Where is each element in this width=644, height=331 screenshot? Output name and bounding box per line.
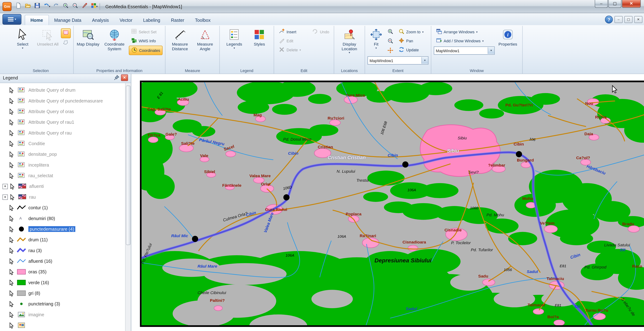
legend-entry[interactable]: imagine [0,309,131,320]
expand-icon[interactable]: + [2,184,8,189]
chevron-down-icon[interactable]: ▾ [488,47,494,54]
locatable-cursor-icon[interactable] [10,183,15,189]
tab-toolbox[interactable]: Toolbox [190,15,216,25]
image-legend-icon[interactable] [16,311,26,318]
tab-raster[interactable]: Raster [166,15,190,25]
query-legend-icon[interactable] [16,119,26,125]
select-by-polygon-button[interactable] [61,39,70,48]
thematic-legend-icon[interactable] [17,194,27,200]
legend-entry[interactable]: +rau [0,192,131,202]
minimize-button[interactable]: – [594,0,608,8]
point-black-legend-icon[interactable] [16,226,26,233]
legend-entry[interactable]: inceplitera [0,160,131,170]
open-button[interactable] [24,2,32,10]
legend-entry[interactable]: rau_selectat [0,170,131,181]
undo-button[interactable]: ▾ [42,2,51,10]
rect-pink-legend-icon[interactable] [16,269,26,275]
query-legend-icon[interactable] [16,87,26,93]
legend-entry[interactable]: punctetriang (3) [0,299,131,309]
legend-entry[interactable]: gri (8) [0,288,131,299]
coordinate-system-button[interactable]: Coordinate System [101,27,128,51]
scrollbar-thumb[interactable] [126,85,130,245]
wms-info-button[interactable]: WMS Info [129,36,163,45]
line-orange-legend-icon[interactable] [16,237,26,243]
locatable-cursor-icon[interactable] [9,280,14,286]
tab-manage-data[interactable]: Manage Data [49,15,87,25]
maximize-button[interactable]: ▢ [608,0,622,8]
mdi-restore-button[interactable]: ▢ [624,16,633,23]
legend-entry[interactable]: Attribute Query of rau [0,127,131,138]
style-button[interactable] [80,2,89,10]
legend-entry[interactable]: Attribute Query of punctedemasurare [0,95,131,106]
mdi-minimize-button[interactable]: – [614,16,623,23]
legend-entry[interactable]: Attribute Query of rau1 [0,117,131,127]
chevron-down-icon[interactable]: ▾ [49,5,50,8]
unselect-all-button[interactable]: Unselect All [36,27,60,47]
locatable-cursor-icon[interactable] [9,247,14,253]
select-set-button[interactable]: Select Set [129,27,163,36]
legend-entry[interactable]: afluenti (16) [0,256,131,266]
legend-entry[interactable]: Conditie [0,138,131,149]
map-display-button[interactable]: Map Display [76,27,100,47]
close-button[interactable]: ✕ [622,0,641,8]
legend-entry[interactable]: densitate_pop [0,149,131,160]
select-button[interactable]: Select ▾ [11,27,34,50]
query-legend-icon[interactable] [16,108,26,115]
layout-button[interactable]: ▾ [90,2,98,10]
legend-entry[interactable]: Adenumiri (80) [0,213,131,224]
locatable-cursor-icon[interactable] [9,140,14,147]
extent-window-select[interactable]: MapWindow1 ▾ [368,56,428,65]
query-legend-icon[interactable] [16,97,26,104]
locatable-cursor-icon[interactable] [9,312,14,318]
locatable-cursor-icon[interactable] [9,290,14,296]
delete-button[interactable]: Delete ▾ [277,45,309,54]
rect-gray-legend-icon[interactable] [16,290,26,297]
locatable-cursor-icon[interactable] [9,119,14,125]
rect-green-legend-icon[interactable] [16,279,26,286]
styles-button[interactable]: Styles [248,27,271,47]
locatable-cursor-icon[interactable] [9,98,14,104]
auto-hide-pin-button[interactable] [114,74,119,81]
new-button[interactable] [14,2,23,10]
locatable-cursor-icon[interactable] [9,151,14,157]
dot-green-legend-icon[interactable] [16,301,26,307]
line-blue-thin-legend-icon[interactable] [16,258,26,265]
locatable-cursor-icon[interactable] [9,108,14,114]
help-button[interactable]: ? [605,16,613,23]
legend-entry[interactable]: Attribute Query of drum [0,85,131,95]
tab-vector[interactable]: Vector [114,15,138,25]
undo-button[interactable]: Undo [310,27,331,36]
legend-entry[interactable]: +afluenti [0,181,131,192]
locatable-cursor-icon[interactable] [9,173,14,179]
locatable-cursor-icon[interactable] [9,258,14,264]
line-blue-thick-legend-icon[interactable] [16,247,26,254]
zoom-out-button[interactable] [71,2,80,10]
legend-entry[interactable]: rau (3) [0,245,131,256]
image2-legend-icon[interactable] [16,322,26,329]
coordinates-button[interactable]: Coordinates [129,45,163,55]
legend-close-button[interactable]: ✕ [121,74,128,81]
query-legend-icon[interactable] [16,151,26,158]
query-legend-icon[interactable] [16,162,26,168]
query-legend-icon[interactable] [16,172,26,179]
redo-button[interactable] [52,2,60,10]
display-location-button[interactable]: Display Location ▾ [337,27,362,54]
legend-entry[interactable]: Attribute Query of oras [0,106,131,117]
legend-scrollbar[interactable] [125,83,131,331]
locatable-cursor-icon[interactable] [9,205,14,211]
chevron-down-icon[interactable]: ▾ [96,5,98,8]
fit-button[interactable]: Fit ▾ [368,27,385,55]
locatable-cursor-icon[interactable] [9,162,14,168]
center-map-button[interactable] [386,46,395,55]
properties-button[interactable]: i Properties [496,27,520,47]
app-icon[interactable]: Gm [2,2,12,11]
locatable-cursor-icon[interactable] [10,194,15,200]
locatable-cursor-icon[interactable] [9,215,14,221]
legend-entry[interactable]: drum (11) [0,234,131,245]
thematic-legend-icon[interactable] [17,183,27,190]
text-legend-icon[interactable]: A [16,215,26,222]
tab-labeling[interactable]: Labeling [138,15,166,25]
arrange-windows-button[interactable]: Arrange Windows ▾ [434,27,494,36]
expand-icon[interactable]: + [2,194,8,200]
legend-entry[interactable]: punctedemasurare (4) [0,224,131,234]
